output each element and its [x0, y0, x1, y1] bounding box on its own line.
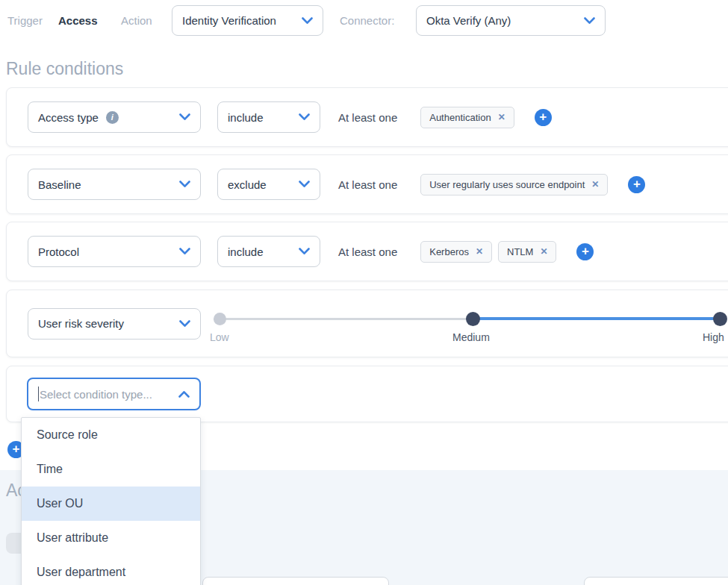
action-field-partial[interactable]: [584, 577, 728, 585]
chip-label: User regularly uses source endpoint: [429, 179, 585, 190]
condition-row-baseline: Baseline exclude At least one User regul…: [6, 154, 728, 214]
condition-type-placeholder: Select condition type...: [40, 388, 152, 401]
condition-field-value: Baseline: [38, 178, 81, 191]
condition-field-select[interactable]: Protocol: [28, 236, 201, 267]
value-chip: NTLM ✕: [498, 241, 556, 263]
value-chip: Authentication ✕: [420, 107, 514, 128]
tab-access[interactable]: Access: [58, 14, 98, 27]
connector-label: Connector:: [340, 14, 394, 27]
slider-active-range[interactable]: [467, 317, 721, 320]
slider-label-low: Low: [210, 331, 229, 343]
slider-handle-high[interactable]: [713, 312, 727, 326]
risk-severity-slider: Low Medium High: [7, 290, 728, 357]
menu-item-user-attribute[interactable]: User attribute: [22, 521, 200, 555]
qualifier-text: At least one: [338, 111, 397, 124]
slider-stop-low[interactable]: [214, 313, 226, 325]
slider-handle-medium[interactable]: [466, 312, 480, 326]
condition-type-menu: Source role Time User OU User attribute …: [21, 417, 201, 585]
connector-select-value: Okta Verify (Any): [426, 14, 511, 27]
menu-item-user-department[interactable]: User department: [22, 555, 200, 585]
add-value-button[interactable]: +: [576, 243, 594, 260]
value-chip: User regularly uses source endpoint ✕: [420, 174, 608, 195]
action-type-select-value: Identity Verification: [182, 14, 276, 27]
menu-item-label: Source role: [37, 428, 98, 442]
chevron-down-icon: [179, 113, 190, 121]
condition-row-new: Select condition type...: [6, 366, 728, 422]
add-value-button[interactable]: +: [535, 109, 552, 126]
chevron-down-icon: [584, 17, 595, 25]
condition-row-user-risk: User risk severity Low Medium High: [6, 290, 728, 357]
condition-field-select[interactable]: Baseline: [28, 169, 201, 200]
condition-field-select[interactable]: Access type i: [28, 101, 201, 133]
chip-label: NTLM: [507, 246, 533, 257]
condition-field-value: Protocol: [38, 245, 79, 258]
qualifier-text: At least one: [338, 245, 397, 258]
chip-list: Authentication ✕: [420, 107, 514, 128]
chip-label: Kerberos: [429, 246, 469, 257]
condition-field-value: Access type: [38, 111, 99, 124]
add-value-button[interactable]: +: [628, 176, 645, 193]
slider-label-high: High: [703, 331, 724, 343]
condition-operator-select[interactable]: exclude: [217, 169, 320, 200]
condition-operator-select[interactable]: include: [217, 101, 320, 133]
chip-list: User regularly uses source endpoint ✕: [420, 174, 608, 195]
rule-editor-page: Trigger Access Action Identity Verificat…: [0, 0, 728, 585]
menu-item-label: User attribute: [37, 531, 108, 545]
condition-operator-value: include: [228, 245, 264, 258]
menu-item-user-ou[interactable]: User OU: [22, 487, 200, 521]
menu-item-label: Time: [37, 463, 63, 476]
value-chip: Kerberos ✕: [420, 241, 492, 263]
chip-remove-icon[interactable]: ✕: [591, 180, 599, 189]
chevron-down-icon: [179, 248, 190, 255]
slider-label-medium: Medium: [452, 331, 490, 343]
header-bar: Trigger Access Action Identity Verificat…: [0, 0, 728, 43]
action-type-select[interactable]: Identity Verification: [172, 5, 323, 36]
chevron-up-icon: [178, 390, 190, 398]
qualifier-text: At least one: [338, 178, 397, 191]
chip-list: Kerberos ✕ NTLM ✕: [420, 241, 556, 263]
rule-conditions-title: Rule conditions: [6, 59, 123, 79]
action-field-partial[interactable]: [202, 577, 389, 585]
chevron-down-icon: [299, 113, 310, 121]
chevron-down-icon: [299, 181, 310, 188]
text-cursor: [38, 387, 39, 401]
menu-item-label: User department: [37, 566, 125, 579]
info-icon[interactable]: i: [106, 111, 119, 124]
chevron-down-icon: [302, 17, 313, 25]
tab-action[interactable]: Action: [121, 14, 152, 27]
menu-item-label: User OU: [37, 497, 83, 510]
condition-row-protocol: Protocol include At least one Kerberos ✕: [6, 222, 728, 281]
chip-remove-icon[interactable]: ✕: [498, 113, 505, 122]
condition-row-access-type: Access type i include At least one Authe…: [6, 87, 728, 147]
condition-operator-value: include: [228, 111, 264, 124]
menu-item-time[interactable]: Time: [22, 452, 200, 487]
menu-item-source-role[interactable]: Source role: [22, 418, 200, 452]
condition-operator-value: exclude: [228, 178, 267, 191]
trigger-label: Trigger: [7, 14, 43, 27]
chevron-down-icon: [179, 181, 190, 188]
chip-remove-icon[interactable]: ✕: [476, 247, 483, 256]
connector-select[interactable]: Okta Verify (Any): [416, 5, 606, 36]
chip-label: Authentication: [429, 112, 491, 123]
chip-remove-icon[interactable]: ✕: [540, 247, 547, 256]
condition-operator-select[interactable]: include: [217, 236, 320, 267]
chevron-down-icon: [299, 248, 310, 255]
condition-type-select[interactable]: Select condition type...: [27, 378, 201, 410]
